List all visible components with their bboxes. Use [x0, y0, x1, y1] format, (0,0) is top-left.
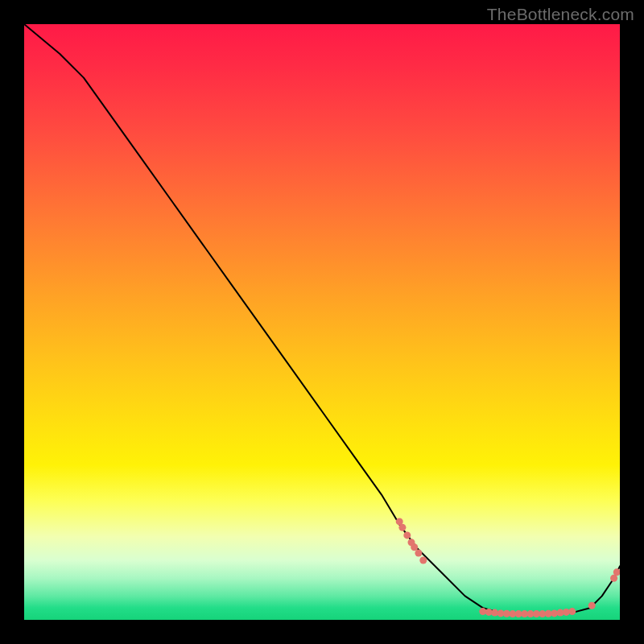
- marker-group: [396, 518, 620, 617]
- data-marker: [411, 543, 418, 551]
- data-marker: [419, 557, 427, 564]
- data-marker: [403, 531, 411, 539]
- chart-svg: [24, 24, 620, 620]
- watermark-label: TheBottleneck.com: [487, 5, 634, 24]
- data-marker: [398, 524, 406, 531]
- data-marker: [568, 608, 576, 615]
- data-marker: [588, 602, 596, 609]
- chart-frame: TheBottleneck.com: [0, 0, 644, 644]
- plot-area: [24, 24, 620, 620]
- bottleneck-curve: [24, 24, 620, 614]
- data-marker: [415, 550, 422, 557]
